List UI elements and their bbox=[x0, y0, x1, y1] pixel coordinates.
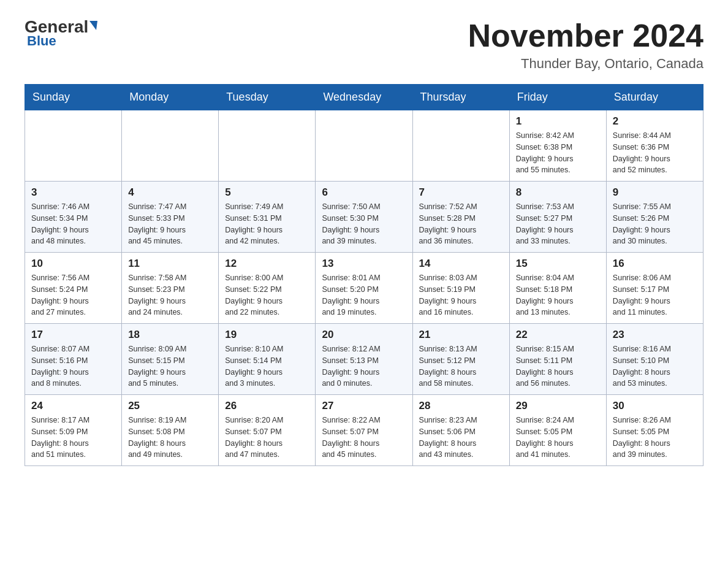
day-info: Sunrise: 8:06 AM Sunset: 5:17 PM Dayligh… bbox=[613, 272, 697, 318]
day-info: Sunrise: 8:01 AM Sunset: 5:20 PM Dayligh… bbox=[322, 272, 406, 318]
day-number: 12 bbox=[225, 258, 309, 270]
day-info: Sunrise: 8:44 AM Sunset: 6:36 PM Dayligh… bbox=[613, 130, 697, 176]
day-number: 28 bbox=[419, 400, 503, 412]
day-number: 19 bbox=[225, 329, 309, 341]
calendar-cell: 2Sunrise: 8:44 AM Sunset: 6:36 PM Daylig… bbox=[606, 110, 703, 182]
calendar-week-row: 17Sunrise: 8:07 AM Sunset: 5:16 PM Dayli… bbox=[25, 324, 703, 395]
day-info: Sunrise: 8:23 AM Sunset: 5:06 PM Dayligh… bbox=[419, 415, 503, 461]
calendar-cell: 11Sunrise: 7:58 AM Sunset: 5:23 PM Dayli… bbox=[122, 253, 219, 324]
day-info: Sunrise: 8:26 AM Sunset: 5:05 PM Dayligh… bbox=[613, 415, 697, 461]
day-info: Sunrise: 7:50 AM Sunset: 5:30 PM Dayligh… bbox=[322, 201, 406, 247]
day-number: 8 bbox=[516, 186, 600, 199]
day-info: Sunrise: 8:22 AM Sunset: 5:07 PM Dayligh… bbox=[322, 415, 406, 461]
month-title: November 2024 bbox=[468, 18, 703, 53]
day-number: 24 bbox=[31, 400, 115, 412]
logo-blue: Blue bbox=[25, 33, 56, 49]
calendar-cell bbox=[122, 110, 219, 182]
day-number: 13 bbox=[322, 258, 406, 270]
calendar-cell: 9Sunrise: 7:55 AM Sunset: 5:26 PM Daylig… bbox=[606, 182, 703, 253]
location-title: Thunder Bay, Ontario, Canada bbox=[468, 56, 703, 72]
day-info: Sunrise: 8:16 AM Sunset: 5:10 PM Dayligh… bbox=[613, 343, 697, 389]
day-number: 23 bbox=[613, 329, 697, 341]
calendar-cell bbox=[316, 110, 412, 182]
day-info: Sunrise: 8:19 AM Sunset: 5:08 PM Dayligh… bbox=[128, 415, 212, 461]
calendar-cell: 8Sunrise: 7:53 AM Sunset: 5:27 PM Daylig… bbox=[509, 182, 606, 253]
calendar-cell bbox=[412, 110, 509, 182]
day-number: 4 bbox=[128, 186, 212, 199]
calendar-cell: 12Sunrise: 8:00 AM Sunset: 5:22 PM Dayli… bbox=[219, 253, 316, 324]
day-number: 5 bbox=[225, 186, 309, 199]
calendar-week-row: 3Sunrise: 7:46 AM Sunset: 5:34 PM Daylig… bbox=[25, 182, 703, 253]
day-info: Sunrise: 7:49 AM Sunset: 5:31 PM Dayligh… bbox=[225, 201, 309, 247]
calendar-cell: 24Sunrise: 8:17 AM Sunset: 5:09 PM Dayli… bbox=[25, 395, 122, 466]
day-info: Sunrise: 8:00 AM Sunset: 5:22 PM Dayligh… bbox=[225, 272, 309, 318]
day-number: 30 bbox=[613, 400, 697, 412]
calendar-cell: 14Sunrise: 8:03 AM Sunset: 5:19 PM Dayli… bbox=[412, 253, 509, 324]
calendar-header-row: SundayMondayTuesdayWednesdayThursdayFrid… bbox=[25, 85, 703, 110]
day-info: Sunrise: 7:53 AM Sunset: 5:27 PM Dayligh… bbox=[516, 201, 600, 247]
day-number: 18 bbox=[128, 329, 212, 341]
calendar-cell: 18Sunrise: 8:09 AM Sunset: 5:15 PM Dayli… bbox=[122, 324, 219, 395]
calendar-cell bbox=[219, 110, 316, 182]
calendar-cell: 17Sunrise: 8:07 AM Sunset: 5:16 PM Dayli… bbox=[25, 324, 122, 395]
day-number: 6 bbox=[322, 186, 406, 199]
day-number: 29 bbox=[516, 400, 600, 412]
day-number: 27 bbox=[322, 400, 406, 412]
calendar-week-row: 1Sunrise: 8:42 AM Sunset: 6:38 PM Daylig… bbox=[25, 110, 703, 182]
calendar-week-row: 24Sunrise: 8:17 AM Sunset: 5:09 PM Dayli… bbox=[25, 395, 703, 466]
calendar-table: SundayMondayTuesdayWednesdayThursdayFrid… bbox=[25, 84, 703, 466]
day-number: 10 bbox=[31, 258, 115, 270]
calendar-header-thursday: Thursday bbox=[412, 85, 509, 110]
day-info: Sunrise: 8:24 AM Sunset: 5:05 PM Dayligh… bbox=[516, 415, 600, 461]
day-number: 17 bbox=[31, 329, 115, 341]
day-info: Sunrise: 7:46 AM Sunset: 5:34 PM Dayligh… bbox=[31, 201, 115, 247]
calendar-cell: 7Sunrise: 7:52 AM Sunset: 5:28 PM Daylig… bbox=[412, 182, 509, 253]
calendar-cell: 3Sunrise: 7:46 AM Sunset: 5:34 PM Daylig… bbox=[25, 182, 122, 253]
day-info: Sunrise: 8:03 AM Sunset: 5:19 PM Dayligh… bbox=[419, 272, 503, 318]
day-number: 14 bbox=[419, 258, 503, 270]
day-info: Sunrise: 8:20 AM Sunset: 5:07 PM Dayligh… bbox=[225, 415, 309, 461]
day-number: 20 bbox=[322, 329, 406, 341]
calendar-header-saturday: Saturday bbox=[606, 85, 703, 110]
logo: General Blue bbox=[25, 18, 97, 49]
calendar-header-friday: Friday bbox=[509, 85, 606, 110]
page-header: General Blue November 2024 Thunder Bay, … bbox=[25, 18, 703, 72]
day-info: Sunrise: 7:47 AM Sunset: 5:33 PM Dayligh… bbox=[128, 201, 212, 247]
day-info: Sunrise: 8:07 AM Sunset: 5:16 PM Dayligh… bbox=[31, 343, 115, 389]
day-info: Sunrise: 8:12 AM Sunset: 5:13 PM Dayligh… bbox=[322, 343, 406, 389]
calendar-cell: 4Sunrise: 7:47 AM Sunset: 5:33 PM Daylig… bbox=[122, 182, 219, 253]
day-number: 9 bbox=[613, 186, 697, 199]
calendar-week-row: 10Sunrise: 7:56 AM Sunset: 5:24 PM Dayli… bbox=[25, 253, 703, 324]
calendar-cell: 29Sunrise: 8:24 AM Sunset: 5:05 PM Dayli… bbox=[509, 395, 606, 466]
day-info: Sunrise: 8:13 AM Sunset: 5:12 PM Dayligh… bbox=[419, 343, 503, 389]
calendar-cell: 13Sunrise: 8:01 AM Sunset: 5:20 PM Dayli… bbox=[316, 253, 412, 324]
day-number: 21 bbox=[419, 329, 503, 341]
calendar-cell: 22Sunrise: 8:15 AM Sunset: 5:11 PM Dayli… bbox=[509, 324, 606, 395]
calendar-cell: 16Sunrise: 8:06 AM Sunset: 5:17 PM Dayli… bbox=[606, 253, 703, 324]
day-info: Sunrise: 8:09 AM Sunset: 5:15 PM Dayligh… bbox=[128, 343, 212, 389]
day-info: Sunrise: 8:17 AM Sunset: 5:09 PM Dayligh… bbox=[31, 415, 115, 461]
title-block: November 2024 Thunder Bay, Ontario, Cana… bbox=[468, 18, 703, 72]
calendar-header-monday: Monday bbox=[122, 85, 219, 110]
day-number: 7 bbox=[419, 186, 503, 199]
day-number: 1 bbox=[516, 115, 600, 128]
day-number: 2 bbox=[613, 115, 697, 128]
calendar-cell: 30Sunrise: 8:26 AM Sunset: 5:05 PM Dayli… bbox=[606, 395, 703, 466]
calendar-cell: 15Sunrise: 8:04 AM Sunset: 5:18 PM Dayli… bbox=[509, 253, 606, 324]
calendar-cell: 20Sunrise: 8:12 AM Sunset: 5:13 PM Dayli… bbox=[316, 324, 412, 395]
calendar-cell: 23Sunrise: 8:16 AM Sunset: 5:10 PM Dayli… bbox=[606, 324, 703, 395]
day-info: Sunrise: 7:52 AM Sunset: 5:28 PM Dayligh… bbox=[419, 201, 503, 247]
day-info: Sunrise: 7:55 AM Sunset: 5:26 PM Dayligh… bbox=[613, 201, 697, 247]
calendar-cell: 5Sunrise: 7:49 AM Sunset: 5:31 PM Daylig… bbox=[219, 182, 316, 253]
day-info: Sunrise: 8:04 AM Sunset: 5:18 PM Dayligh… bbox=[516, 272, 600, 318]
day-number: 15 bbox=[516, 258, 600, 270]
calendar-cell: 28Sunrise: 8:23 AM Sunset: 5:06 PM Dayli… bbox=[412, 395, 509, 466]
day-info: Sunrise: 7:56 AM Sunset: 5:24 PM Dayligh… bbox=[31, 272, 115, 318]
day-info: Sunrise: 8:10 AM Sunset: 5:14 PM Dayligh… bbox=[225, 343, 309, 389]
day-number: 25 bbox=[128, 400, 212, 412]
calendar-cell: 26Sunrise: 8:20 AM Sunset: 5:07 PM Dayli… bbox=[219, 395, 316, 466]
day-number: 16 bbox=[613, 258, 697, 270]
day-info: Sunrise: 8:42 AM Sunset: 6:38 PM Dayligh… bbox=[516, 130, 600, 176]
calendar-cell: 19Sunrise: 8:10 AM Sunset: 5:14 PM Dayli… bbox=[219, 324, 316, 395]
calendar-cell: 21Sunrise: 8:13 AM Sunset: 5:12 PM Dayli… bbox=[412, 324, 509, 395]
